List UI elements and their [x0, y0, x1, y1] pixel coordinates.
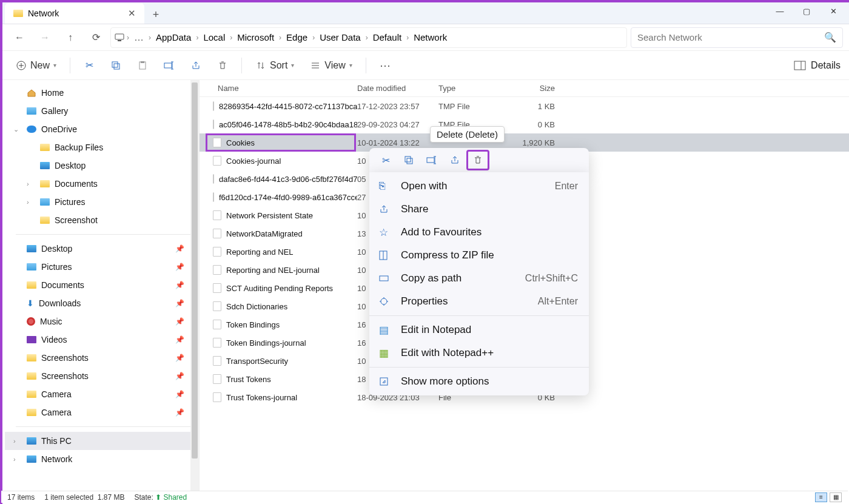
ctx-share-button[interactable]	[443, 150, 466, 170]
sidebar-item-documents[interactable]: ›Documents	[5, 175, 199, 193]
pin-icon[interactable]: 📌	[175, 390, 184, 398]
chevron-down-icon[interactable]: ⌄	[13, 126, 19, 133]
chevron-right-icon[interactable]: ›	[366, 33, 368, 42]
sidebar-item-backupfiles[interactable]: Backup Files	[5, 138, 199, 156]
sidebar-quick-item[interactable]: Videos📌	[5, 331, 199, 349]
close-tab-icon[interactable]: ✕	[128, 8, 136, 19]
breadcrumb-more[interactable]: …	[132, 32, 146, 43]
breadcrumb-segment[interactable]: User Data	[317, 31, 363, 44]
sidebar-quick-item[interactable]: Documents📌	[5, 276, 199, 294]
scrollbar[interactable]	[190, 80, 199, 492]
file-row[interactable]: 82869354-42fd-4415-8072-cc71137bca6f...1…	[200, 97, 849, 115]
sidebar-item-thispc[interactable]: ›This PC	[5, 432, 199, 450]
ctx-delete-button[interactable]	[466, 150, 489, 170]
maximize-button[interactable]: ▢	[793, 2, 820, 19]
rename-button[interactable]	[159, 58, 180, 73]
column-size[interactable]: Size	[509, 84, 555, 93]
copy-button[interactable]	[106, 58, 126, 73]
ctx-show-more[interactable]: Show more options	[369, 370, 589, 393]
chevron-right-icon[interactable]: ›	[27, 198, 29, 206]
breadcrumb-segment[interactable]: Microsoft	[235, 31, 277, 44]
sidebar-quick-item[interactable]: Music📌	[5, 312, 199, 331]
paste-button[interactable]	[132, 58, 153, 73]
tab-active[interactable]: Network ✕	[5, 3, 144, 24]
pin-icon[interactable]: 📌	[175, 317, 184, 326]
search-input[interactable]	[637, 32, 824, 42]
ctx-share[interactable]: Share	[369, 198, 589, 221]
details-pane-button[interactable]: Details	[794, 60, 841, 71]
column-type[interactable]: Type	[438, 84, 509, 93]
breadcrumb-segment[interactable]: Network	[411, 31, 449, 44]
thumbnails-view-button[interactable]: ▦	[830, 492, 842, 502]
pin-icon[interactable]: 📌	[175, 335, 184, 344]
pin-icon[interactable]: 📌	[175, 372, 184, 380]
sidebar-item-gallery[interactable]: Gallery	[5, 102, 199, 120]
chevron-right-icon[interactable]: ›	[149, 33, 151, 42]
sidebar-quick-item[interactable]: ⬇Downloads📌	[5, 294, 199, 312]
close-window-button[interactable]: ✕	[820, 2, 847, 19]
sidebar-quick-item[interactable]: Desktop📌	[5, 240, 199, 258]
more-button[interactable]: ⋯	[375, 56, 395, 75]
sidebar-quick-item[interactable]: Camera📌	[5, 403, 199, 422]
chevron-right-icon[interactable]: ›	[196, 33, 198, 42]
ctx-copy-path[interactable]: Copy as pathCtrl+Shift+C	[369, 267, 589, 290]
column-headers[interactable]: Name Date modified Type Size	[200, 80, 849, 97]
breadcrumb[interactable]: › … › AppData › Local › Microsoft › Edge…	[110, 27, 627, 48]
details-view-button[interactable]: ≡	[815, 492, 827, 502]
chevron-right-icon[interactable]: ›	[230, 33, 232, 42]
ctx-edit-notepad[interactable]: ▤Edit in Notepad	[369, 318, 589, 341]
chevron-right-icon[interactable]: ›	[127, 33, 129, 42]
sidebar-item-network[interactable]: ›Network	[5, 450, 199, 468]
breadcrumb-segment[interactable]: AppData	[153, 31, 193, 44]
ctx-add-favourites[interactable]: ☆Add to Favourites	[369, 221, 589, 244]
chevron-right-icon[interactable]: ›	[406, 33, 409, 42]
minimize-button[interactable]: —	[767, 2, 793, 19]
sort-button[interactable]: Sort ▾	[250, 58, 299, 73]
ctx-cut-button[interactable]: ✂	[374, 150, 397, 170]
sidebar-item-desktop[interactable]: Desktop	[5, 156, 199, 175]
chevron-right-icon[interactable]: ›	[279, 33, 281, 42]
new-button[interactable]: New ▾	[11, 58, 61, 73]
ctx-compress-zip[interactable]: Compress to ZIP file	[369, 244, 589, 267]
scrollbar-thumb[interactable]	[192, 82, 198, 459]
sidebar-quick-item[interactable]: Pictures📌	[5, 258, 199, 276]
sidebar-item-home[interactable]: Home	[5, 84, 199, 102]
breadcrumb-segment[interactable]: Local	[201, 31, 227, 44]
chevron-right-icon[interactable]: ›	[13, 455, 16, 463]
ctx-rename-button[interactable]	[420, 150, 443, 170]
cut-button[interactable]: ✂	[79, 58, 99, 73]
search-box[interactable]: 🔍	[631, 27, 843, 48]
sidebar-item-onedrive[interactable]: ⌄ OneDrive	[5, 120, 199, 138]
chevron-right-icon[interactable]: ›	[27, 180, 29, 187]
pin-icon[interactable]: 📌	[175, 299, 184, 307]
sidebar-quick-item[interactable]: Screenshots📌	[5, 349, 199, 367]
pin-icon[interactable]: 📌	[175, 354, 184, 362]
column-date[interactable]: Date modified	[357, 84, 438, 93]
ctx-copy-button[interactable]	[397, 150, 420, 170]
breadcrumb-segment[interactable]: Edge	[284, 31, 310, 44]
sidebar-item-pictures[interactable]: ›Pictures	[5, 193, 199, 211]
chevron-right-icon[interactable]: ›	[312, 33, 315, 42]
pin-icon[interactable]: 📌	[175, 244, 184, 253]
file-row[interactable]: ac05f046-1478-48b5-b4b2-90c4bdaa186...29…	[200, 115, 849, 133]
chevron-right-icon[interactable]: ›	[13, 437, 16, 445]
new-tab-button[interactable]: +	[147, 5, 165, 24]
share-button[interactable]	[186, 58, 206, 73]
pin-icon[interactable]: 📌	[175, 408, 184, 417]
pin-icon[interactable]: 📌	[175, 263, 184, 271]
sidebar-quick-item[interactable]: Screenshots📌	[5, 367, 199, 385]
up-button[interactable]: ↑	[59, 28, 81, 47]
back-button[interactable]: ←	[8, 28, 30, 47]
ctx-open-with[interactable]: ⎘Open withEnter	[369, 175, 589, 198]
sidebar-quick-item[interactable]: Camera📌	[5, 385, 199, 403]
ctx-edit-notepadpp[interactable]: ▦Edit with Notepad++	[369, 341, 589, 365]
column-name[interactable]: Name	[218, 84, 357, 93]
refresh-button[interactable]: ⟳	[85, 28, 107, 47]
delete-button[interactable]	[212, 58, 233, 73]
pin-icon[interactable]: 📌	[175, 281, 184, 289]
view-button[interactable]: View ▾	[305, 58, 357, 73]
sidebar-item-screenshot[interactable]: Screenshot	[5, 211, 199, 229]
search-icon[interactable]: 🔍	[824, 32, 836, 43]
breadcrumb-segment[interactable]: Default	[371, 31, 404, 44]
forward-button[interactable]: →	[34, 28, 56, 47]
